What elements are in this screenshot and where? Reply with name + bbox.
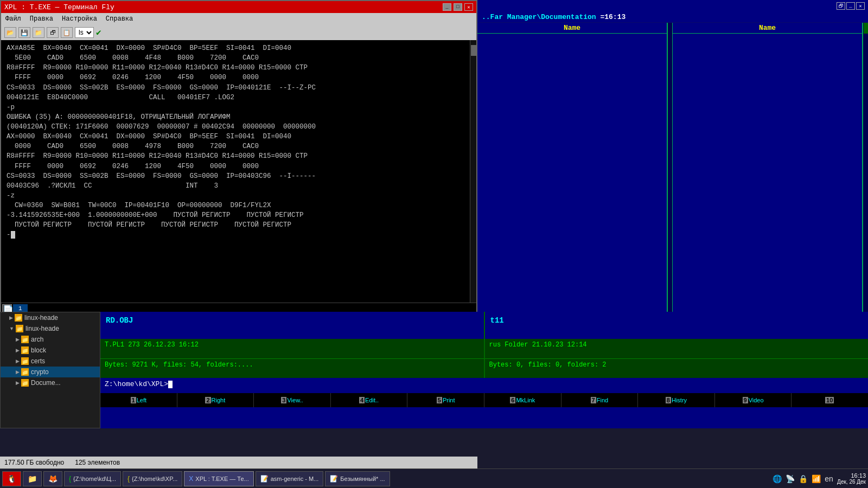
terminal-line: FFFF 0000 0692 0246 1200 4F50 0000 0000 (7, 162, 464, 171)
xpl-maximize-btn[interactable]: □ (454, 3, 462, 11)
funckey-1[interactable]: 1Left (100, 393, 177, 407)
terminal-line: R8#FFFF R9=0000 R10=0000 R11=0000 R12=00… (7, 151, 464, 161)
terminal-line: AX=0000 BX=0040 CX=0041 DX=0000 SP#D4C0 … (7, 132, 464, 142)
tree-arrow-icon: ▶ (9, 315, 13, 320)
taskbar-editor-btn[interactable]: 📝 asm-generic - M... (256, 471, 324, 486)
funckey-2[interactable]: 2Right (177, 393, 254, 407)
tree-item-label: linux-heade (24, 314, 58, 322)
far-info2-right: Bytes: 0, files: 0, folders: 2 (485, 358, 869, 378)
tree-item[interactable]: ▶📁block (1, 345, 100, 356)
fkey-num: 9 (743, 397, 748, 403)
fkey-num: 2 (205, 397, 210, 403)
toolbar-ls-select[interactable]: ls (75, 27, 94, 38)
funckey-7[interactable]: 7Find (561, 393, 639, 407)
funckey-4[interactable]: 4Edit.. (331, 393, 408, 407)
xpl-minimize-btn[interactable]: _ (443, 3, 451, 11)
far-left-header: Name (477, 23, 667, 34)
terminal-line: - (7, 230, 464, 240)
funckey-10[interactable]: 10 (792, 393, 868, 407)
terminal-line: CW=0360 SW=B081 TW=00C0 IP=00401F10 OP=0… (7, 201, 464, 210)
taskbar-terminal2-btn[interactable]: { {Z:\home\kd\XP... (123, 471, 182, 486)
toolbar-folder-btn[interactable]: 📁 (33, 27, 44, 38)
tray-bluetooth-icon[interactable]: 📶 (811, 474, 821, 484)
fkey-num: 7 (591, 397, 596, 403)
funckey-9[interactable]: 9Video (715, 393, 792, 407)
taskbar-xpl-btn[interactable]: X XPL : T.EXE — Те... (184, 471, 253, 486)
terminal-line: AX#A85E BX=0040 CX=0041 DX=0000 SP#D4C0 … (7, 43, 464, 53)
tree-item[interactable]: ▶📁Docume... (1, 377, 100, 388)
far-restore-btn[interactable]: 🗗 (837, 2, 845, 10)
tree-item[interactable]: ▶📁arch (1, 334, 100, 345)
file-manager-statusbar: 177.50 ГБ свободно 125 элементов (0, 457, 477, 468)
tree-arrow-icon: ▶ (16, 337, 20, 342)
taskbar-files-btn[interactable]: 📁 (23, 471, 42, 486)
menu-file[interactable]: Файл (5, 15, 21, 23)
xpl-toolbar: 📂 💾 📁 🗗 📋 ls ✔ (1, 25, 476, 40)
xpl-window-controls[interactable]: _ □ ✕ (443, 3, 473, 11)
taskbar: 🐧 📁 🦊 { {Z:\home\kd\Ц... { {Z:\home\kd\X… (0, 468, 868, 488)
tree-item-label: Docume... (31, 379, 61, 387)
fkey-name: View.. (287, 397, 303, 403)
taskbar-editor2-btn[interactable]: 📝 Безымянный* ... (325, 471, 390, 486)
far-info2-row: Bytes: 9271 K, files: 54, folders:.... B… (100, 358, 868, 378)
far-cmdline[interactable]: Z:\home\kd\XPL> (100, 378, 868, 393)
tree-arrow-icon: ▶ (16, 358, 20, 364)
tree-item[interactable]: ▼📁linux-heade (1, 323, 100, 334)
toolbar-window-btn[interactable]: 🗗 (47, 27, 59, 38)
funckey-8[interactable]: 8Histry (638, 393, 715, 407)
fkey-name: MkLink (516, 397, 535, 403)
tray-network-icon[interactable]: 🌐 (772, 474, 782, 484)
terminal-line: ПУСТОЙ РЕГИСТР ПУСТОЙ РЕГИСТР ПУСТОЙ РЕГ… (7, 220, 464, 230)
far-bottom-panel: RD.OBJ t11 T.PL1 273 26.12.23 16:12 rus … (100, 312, 868, 428)
funckey-5[interactable]: 5Print (407, 393, 484, 407)
menu-settings[interactable]: Настройка (62, 15, 97, 23)
menu-edit[interactable]: Правка (30, 15, 53, 23)
tree-item-label: linux-heade (25, 325, 59, 332)
fkey-num: 4 (359, 397, 365, 403)
tree-item[interactable]: ▶📁crypto (1, 367, 100, 377)
folder-icon: 📁 (21, 379, 29, 387)
tree-arrow-icon: ▶ (16, 369, 20, 375)
tree-item-label: block (31, 346, 46, 354)
xpl-scrollbar[interactable] (470, 40, 476, 303)
taskbar-start-btn[interactable]: 🐧 (2, 471, 21, 486)
xpl-close-btn[interactable]: ✕ (464, 3, 473, 11)
terminal-line: 00403C96 .?ИСКЛ1 CC INT 3 (7, 181, 464, 191)
far-file-left[interactable]: RD.OBJ (100, 312, 485, 339)
toolbar-save-btn[interactable]: 💾 (18, 27, 30, 38)
terminal-line: 0000 CAD0 6500 0008 4978 B000 7200 CAC0 (7, 142, 464, 151)
tray-wifi-icon[interactable]: 📡 (785, 474, 795, 484)
taskbar-terminal1-btn[interactable]: { {Z:\home\kd\Ц... (64, 471, 121, 486)
funckey-6[interactable]: 6MkLink (484, 393, 561, 407)
funckey-3[interactable]: 3View.. (254, 393, 331, 407)
fkey-num: 10 (825, 397, 834, 403)
tree-item[interactable]: ▶📁linux-heade (1, 312, 100, 323)
xpl-terminal-window[interactable]: XPL : T.EXE — Терминал Fly _ □ ✕ Файл Пр… (0, 0, 477, 314)
terminal-line: (0040120A) СТЕК: 171F6060 00007629 00000… (7, 122, 464, 132)
toolbar-extra-btn[interactable]: 📋 (61, 27, 73, 38)
far-window-controls[interactable]: 🗗 _ ✕ (837, 2, 865, 10)
folder-icon: 📁 (16, 325, 23, 332)
terminal-line: -3.1415926535E+000 1.0000000000E+000 ПУС… (7, 210, 464, 220)
fkey-name: Print (443, 397, 455, 403)
taskbar-browser-btn[interactable]: 🦊 (43, 471, 62, 486)
far-files-row: RD.OBJ t11 (100, 312, 868, 339)
terminal-line: 0040121E E8D40C0000 CALL 00401EF7 .LOG2 (7, 93, 464, 102)
tray-lang-icon[interactable]: en (824, 474, 834, 484)
far-titlebar: 🗗 _ ✕ (477, 0, 868, 12)
fkey-num: 5 (437, 397, 442, 403)
fkey-name: Edit.. (365, 397, 379, 403)
folder-icon: 📁 (21, 336, 29, 343)
tray-lock-icon[interactable]: 🔒 (798, 474, 808, 484)
toolbar-check-icon[interactable]: ✔ (96, 27, 101, 38)
far-file-right[interactable]: t11 (485, 312, 869, 339)
file-tree-panel: ▶📁linux-heade▼📁linux-heade▶📁arch▶📁block▶… (0, 312, 100, 428)
xpl-titlebar: XPL : T.EXE — Терминал Fly _ □ ✕ (1, 1, 476, 13)
far-info-left: T.PL1 273 26.12.23 16:12 (100, 339, 485, 358)
far-close-btn[interactable]: ✕ (856, 2, 865, 10)
terminal-line: CS=0033 DS=0000 SS=002B ES=0000 FS=0000 … (7, 171, 464, 181)
tree-item[interactable]: ▶📁certs (1, 356, 100, 367)
menu-help[interactable]: Справка (106, 15, 133, 23)
far-minimize-btn[interactable]: _ (846, 2, 855, 10)
toolbar-open-btn[interactable]: 📂 (4, 27, 16, 38)
